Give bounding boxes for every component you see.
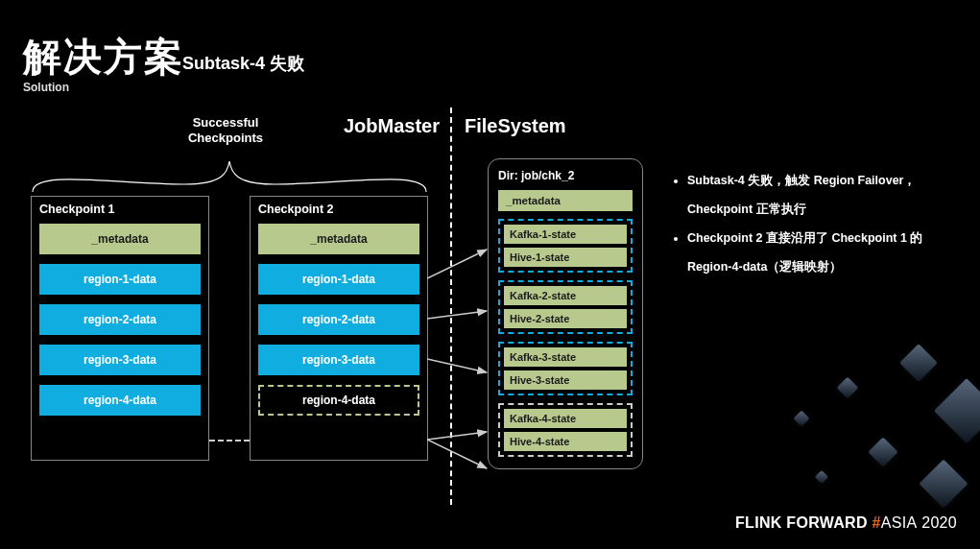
jobmaster-label: JobMaster bbox=[344, 115, 440, 137]
chk1-region-2: region-2-data bbox=[39, 304, 201, 335]
fs-kafka-2-state: Kafka-2-state bbox=[504, 286, 627, 305]
filesystem-group-2: Kafka-2-state Hive-2-state bbox=[498, 280, 633, 334]
chk2-region-2: region-2-data bbox=[258, 304, 419, 335]
filesystem-metadata: _metadata bbox=[498, 190, 633, 211]
explanation-bullets: Subtask-4 失败，触发 Region Failover，Checkpoi… bbox=[672, 166, 960, 281]
chk2-region-1: region-1-data bbox=[258, 264, 419, 295]
chk1-region-3: region-3-data bbox=[39, 345, 201, 375]
vertical-divider bbox=[450, 107, 452, 505]
fs-hive-1-state: Hive-1-state bbox=[504, 248, 627, 267]
footer-brand: FLINK FORWARD bbox=[735, 514, 868, 531]
filesystem-label: FileSystem bbox=[465, 115, 566, 137]
bullet-1: Subtask-4 失败，触发 Region Failover，Checkpoi… bbox=[687, 166, 960, 224]
chk1-region-1: region-1-data bbox=[39, 264, 201, 295]
fs-hive-4-state: Hive-4-state bbox=[504, 432, 627, 451]
slide: 解决方案 Solution Subtask-4 失败 JobMaster Fil… bbox=[0, 0, 980, 549]
svg-line-0 bbox=[427, 250, 487, 278]
filesystem-dir: Dir: job/chk_2 bbox=[498, 169, 633, 182]
successful-line2: Checkpoints bbox=[188, 131, 263, 145]
svg-line-4 bbox=[427, 432, 487, 440]
fs-kafka-1-state: Kafka-1-state bbox=[504, 225, 627, 244]
svg-line-1 bbox=[427, 311, 487, 319]
footer-asia: ASIA bbox=[881, 514, 918, 531]
decorative-crystals bbox=[750, 299, 980, 511]
chk2-region-3: region-3-data bbox=[258, 345, 419, 375]
checkpoint-2-box: Checkpoint 2 _metadata region-1-data reg… bbox=[250, 196, 428, 461]
fs-kafka-4-state: Kafka-4-state bbox=[504, 409, 627, 428]
successful-checkpoints-label: Successful Checkpoints bbox=[173, 115, 278, 145]
svg-line-3 bbox=[427, 440, 487, 468]
brace-icon bbox=[31, 150, 428, 194]
filesystem-group-1: Kafka-1-state Hive-1-state bbox=[498, 219, 633, 273]
svg-line-2 bbox=[427, 359, 487, 372]
chk1-metadata: _metadata bbox=[39, 224, 201, 254]
successful-line1: Successful bbox=[193, 115, 259, 130]
filesystem-group-3: Kafka-3-state Hive-3-state bbox=[498, 342, 633, 395]
fs-hive-3-state: Hive-3-state bbox=[504, 370, 627, 390]
footer-year: 2020 bbox=[921, 514, 957, 531]
chk2-region-4: region-4-data bbox=[258, 385, 419, 416]
footer-logo: FLINK FORWARD #ASIA 2020 bbox=[735, 514, 957, 532]
checkpoint-2-title: Checkpoint 2 bbox=[258, 203, 419, 216]
fs-kafka-3-state: Kafka-3-state bbox=[504, 347, 627, 367]
chk2-metadata: _metadata bbox=[258, 224, 419, 254]
scenario-label: Subtask-4 失败 bbox=[182, 52, 304, 75]
filesystem-group-4: Kafka-4-state Hive-4-state bbox=[498, 403, 633, 457]
page-subtitle-en: Solution bbox=[23, 81, 69, 94]
chk1-region-4: region-4-data bbox=[39, 385, 201, 416]
checkpoint-1-box: Checkpoint 1 _metadata region-1-data reg… bbox=[31, 196, 209, 461]
filesystem-panel: Dir: job/chk_2 _metadata Kafka-1-state H… bbox=[488, 158, 643, 469]
fs-hive-2-state: Hive-2-state bbox=[504, 309, 627, 328]
bullet-2: Checkpoint 2 直接沿用了 Checkpoint 1 的 Region… bbox=[687, 224, 960, 281]
footer-hash: # bbox=[872, 514, 881, 531]
page-title: 解决方案 bbox=[23, 31, 184, 84]
reuse-link-dashed bbox=[209, 440, 250, 442]
checkpoint-1-title: Checkpoint 1 bbox=[39, 203, 201, 216]
